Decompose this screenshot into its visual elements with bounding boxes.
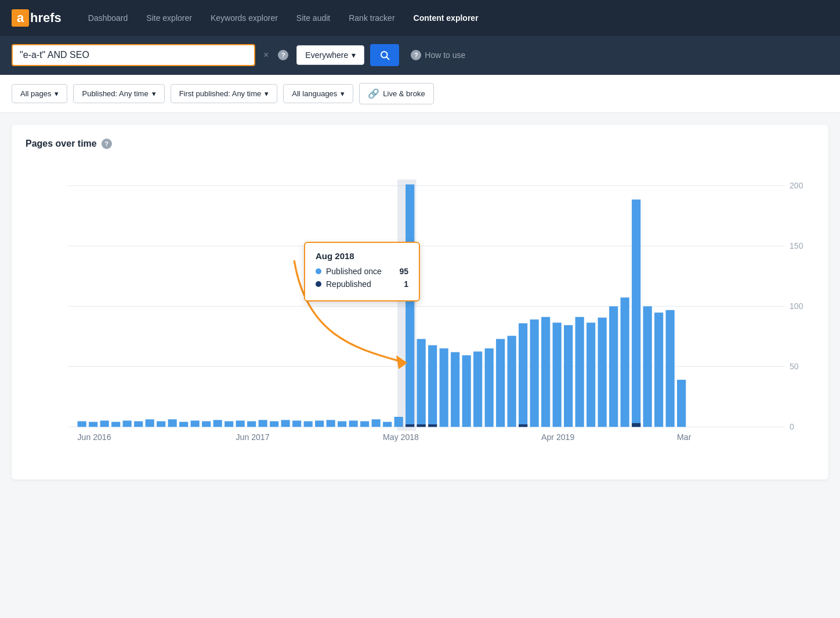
svg-rect-42 [405, 184, 414, 426]
svg-rect-53 [519, 323, 527, 427]
nav-content-explorer[interactable]: Content explorer [404, 0, 488, 36]
svg-rect-46 [440, 348, 448, 427]
tooltip-row-republished: Republished 1 [316, 279, 408, 289]
tooltip-published-value: 95 [399, 267, 408, 276]
all-languages-filter[interactable]: All languages ▾ [283, 84, 353, 103]
svg-rect-44 [417, 339, 426, 427]
search-bar: × ? Everywhere ▾ ? How to use [0, 36, 840, 75]
svg-rect-39 [372, 419, 381, 427]
svg-rect-52 [508, 336, 516, 427]
tooltip-republished-label: Republished [326, 279, 399, 289]
svg-rect-71 [632, 423, 640, 427]
svg-rect-68 [417, 424, 426, 427]
svg-rect-67 [677, 380, 686, 427]
search-input[interactable] [20, 50, 247, 60]
svg-rect-43 [405, 424, 414, 427]
nav-rank-tracker[interactable]: Rank tracker [339, 0, 404, 36]
nav-site-explorer[interactable]: Site explorer [137, 0, 201, 36]
svg-rect-60 [598, 318, 607, 427]
location-label: Everywhere [305, 50, 348, 60]
svg-text:Mar: Mar [677, 432, 691, 442]
svg-text:Apr 2019: Apr 2019 [541, 432, 574, 442]
svg-rect-30 [270, 421, 278, 427]
svg-rect-34 [315, 421, 324, 427]
svg-text:Jun 2016: Jun 2016 [78, 432, 111, 442]
svg-rect-49 [473, 351, 482, 427]
svg-line-1 [387, 57, 389, 59]
svg-rect-21 [168, 419, 177, 427]
svg-rect-15 [100, 421, 109, 427]
main-content: Pages over time ? 200 150 100 50 0 [0, 113, 840, 491]
svg-rect-28 [247, 421, 256, 427]
search-help-button[interactable]: ? [276, 48, 291, 63]
search-go-button[interactable] [370, 44, 399, 66]
svg-text:200: 200 [790, 181, 803, 190]
chevron-down-icon: ▾ [341, 89, 345, 98]
svg-rect-66 [666, 310, 675, 427]
navbar: a hrefs Dashboard Site explorer Keywords… [0, 0, 840, 36]
svg-rect-17 [123, 421, 132, 427]
first-published-filter[interactable]: First published: Any time ▾ [171, 84, 278, 103]
chart-area: 200 150 100 50 0 [26, 161, 814, 462]
chart-help-icon[interactable]: ? [102, 139, 112, 149]
chevron-down-icon: ▾ [55, 89, 59, 98]
logo[interactable]: a hrefs [12, 9, 61, 27]
nav-links: Dashboard Site explorer Keywords explore… [79, 0, 828, 36]
svg-rect-47 [451, 352, 459, 427]
svg-rect-57 [564, 325, 573, 427]
svg-rect-62 [621, 297, 629, 427]
svg-rect-13 [78, 421, 86, 427]
chevron-down-icon: ▾ [265, 89, 269, 98]
chart-card: Pages over time ? 200 150 100 50 0 [12, 125, 828, 479]
svg-rect-35 [327, 420, 335, 427]
svg-rect-54 [530, 319, 539, 427]
filters-bar: All pages ▾ Published: Any time ▾ First … [0, 75, 840, 113]
svg-rect-18 [134, 421, 143, 427]
tooltip-republished-value: 1 [404, 279, 408, 289]
nav-keywords-explorer[interactable]: Keywords explorer [201, 0, 287, 36]
location-dropdown[interactable]: Everywhere ▾ [296, 45, 364, 65]
svg-rect-19 [146, 419, 154, 427]
search-icon [379, 50, 390, 60]
how-to-use-icon: ? [411, 50, 421, 60]
svg-rect-41 [394, 417, 403, 427]
svg-rect-55 [541, 317, 550, 427]
svg-text:Jun 2017: Jun 2017 [236, 432, 270, 442]
svg-text:100: 100 [790, 301, 803, 311]
chart-title: Pages over time [26, 139, 97, 149]
svg-rect-59 [586, 323, 595, 427]
published-once-dot [316, 268, 321, 274]
svg-text:150: 150 [790, 241, 803, 250]
tooltip-row-published: Published once 95 [316, 267, 408, 276]
live-broke-icon: 🔗 [368, 88, 379, 99]
svg-rect-32 [292, 421, 301, 427]
republished-dot [316, 281, 321, 287]
svg-rect-64 [643, 306, 652, 427]
chart-tooltip: Aug 2018 Published once 95 Republished 1 [304, 242, 420, 301]
svg-rect-36 [338, 421, 346, 427]
svg-rect-70 [519, 424, 527, 427]
logo-a-letter: a [12, 9, 29, 27]
svg-rect-23 [191, 421, 200, 427]
question-circle-icon: ? [278, 50, 288, 60]
live-broke-filter[interactable]: 🔗 Live & broke [359, 83, 433, 104]
clear-search-button[interactable]: × [261, 48, 271, 63]
svg-rect-33 [304, 421, 313, 427]
nav-site-audit[interactable]: Site audit [287, 0, 339, 36]
svg-rect-48 [462, 355, 471, 427]
chart-title-row: Pages over time ? [26, 139, 814, 149]
svg-rect-63 [632, 199, 640, 427]
chevron-down-icon: ▾ [152, 89, 156, 98]
svg-rect-14 [89, 422, 97, 427]
svg-rect-31 [281, 420, 290, 427]
how-to-use-label: How to use [425, 50, 465, 60]
tooltip-date: Aug 2018 [316, 251, 408, 261]
chart-svg: 200 150 100 50 0 [26, 161, 814, 462]
svg-rect-40 [383, 422, 392, 427]
published-filter[interactable]: Published: Any time ▾ [73, 84, 164, 103]
nav-dashboard[interactable]: Dashboard [79, 0, 137, 36]
search-input-wrapper [12, 44, 255, 66]
how-to-use-link[interactable]: ? How to use [411, 50, 465, 60]
all-pages-filter[interactable]: All pages ▾ [12, 84, 67, 103]
svg-rect-16 [111, 422, 120, 427]
